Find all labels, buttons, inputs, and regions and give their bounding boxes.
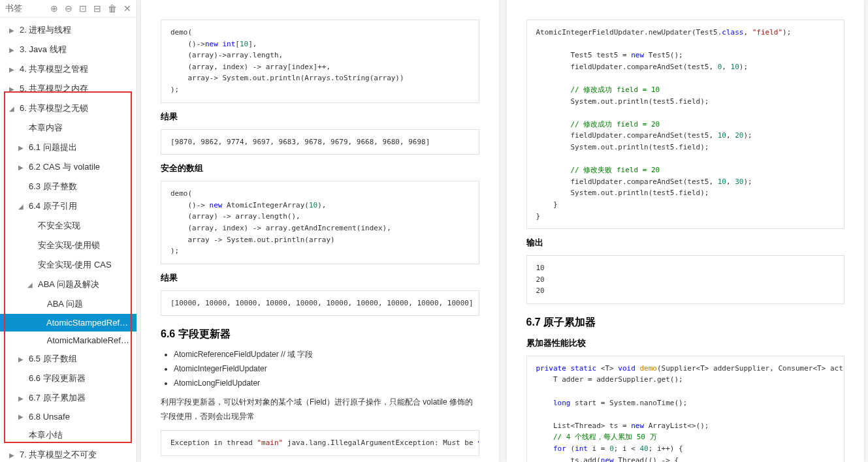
section-6-6-title: 6.6 字段更新器 (161, 328, 479, 341)
tree-item-label: 6.7 原子累加器 (29, 392, 86, 404)
tree-item-label: 本章内容 (29, 122, 63, 134)
tree-arrow-icon: ▶ (9, 452, 17, 459)
tree-item[interactable]: ◢6.4 原子引用 (0, 196, 137, 216)
result-title-2: 结果 (161, 272, 479, 284)
tree-arrow-icon: ▶ (9, 85, 17, 93)
code-field-updater-cont: AtomicIntegerFieldUpdater.newUpdater(Tes… (526, 20, 845, 229)
tree-arrow-icon: ▶ (18, 395, 26, 402)
tree-item[interactable]: 不安全实现 (0, 216, 137, 236)
section-6-7-title: 6.7 原子累加器 (526, 316, 845, 330)
tree-item-label: ABA 问题及解决 (38, 279, 99, 290)
tree-item[interactable]: ABA 问题 (0, 294, 137, 314)
para-field-updater: 利用字段更新器，可以针对对象的某个域（Field）进行原子操作，只能配合 vol… (161, 395, 479, 424)
tree-item-label: 6.4 原子引用 (29, 200, 77, 212)
code-adder-demo: private static <T> void demo(Supplier<T>… (526, 356, 845, 462)
tree-item[interactable]: ▶3. Java 线程 (0, 40, 137, 59)
sidebar-toolbar: ⊕ ⊖ ⊡ ⊟ 🗑 ✕ (50, 3, 131, 14)
tree-item[interactable]: ◢ABA 问题及解决 (0, 275, 137, 294)
delete-icon[interactable]: 🗑 (108, 3, 117, 14)
result-title-1: 结果 (161, 111, 479, 123)
result-output-1: [9870, 9862, 9774, 9697, 9683, 9678, 967… (161, 129, 479, 155)
tree-item-label: 安全实现-使用 CAS (38, 259, 112, 271)
tree-item[interactable]: 6.3 原子整数 (0, 177, 137, 196)
output-values: 10 20 20 (526, 255, 845, 304)
tree-item-label: 不安全实现 (38, 220, 80, 232)
output-title: 输出 (526, 237, 845, 249)
bookmark-tree[interactable]: ▶2. 进程与线程▶3. Java 线程▶4. 共享模型之管程▶5. 共享模型之… (0, 18, 137, 462)
code-demo-safe: demo( ()-> new AtomicIntegerArray(10), (… (161, 181, 479, 264)
tree-item[interactable]: ▶6.8 Unsafe (0, 408, 137, 425)
tree-item-label: ABA 问题 (47, 298, 83, 310)
sidebar-header: 书签 ⊕ ⊖ ⊡ ⊟ 🗑 ✕ (0, 0, 137, 18)
tree-item[interactable]: ▶2. 进程与线程 (0, 20, 137, 40)
tree-item-label: 6. 共享模型之无锁 (20, 102, 88, 114)
result-output-2: [10000, 10000, 10000, 10000, 10000, 1000… (161, 290, 479, 316)
tree-item-label: 6.1 问题提出 (29, 142, 77, 153)
tree-arrow-icon: ◢ (27, 281, 35, 288)
tree-item[interactable]: ◢6. 共享模型之无锁 (0, 99, 137, 118)
exception-output: Exception in thread "main" java.lang.Ill… (161, 430, 479, 456)
tree-item[interactable]: 安全实现-使用 CAS (0, 255, 137, 275)
tree-item-label: 3. Java 线程 (20, 44, 67, 55)
code-demo-unsafe: demo( ()->new int[10], (array)->array.le… (161, 20, 479, 103)
tree-item[interactable]: AtomicMarkableRefer... (0, 331, 137, 349)
page-left: demo( ()->new int[10], (array)->array.le… (141, 0, 499, 462)
tree-item-label: 安全实现-使用锁 (38, 239, 100, 251)
tree-item-label: 5. 共享模型之内存 (20, 83, 88, 95)
tree-item-label: AtomicMarkableRefer... (47, 335, 132, 345)
tree-item[interactable]: ▶6.7 原子累加器 (0, 388, 137, 408)
bookmarks-sidebar: 书签 ⊕ ⊖ ⊡ ⊟ 🗑 ✕ ▶2. 进程与线程▶3. Java 线程▶4. 共… (0, 0, 137, 462)
tree-arrow-icon: ▶ (9, 27, 17, 34)
minus-icon[interactable]: ⊖ (65, 3, 72, 14)
list-item: AtomicReferenceFieldUpdater // 域 字段 (174, 348, 479, 362)
add-icon[interactable]: ⊕ (50, 3, 58, 14)
tree-arrow-icon: ▶ (18, 413, 26, 420)
safe-array-title: 安全的数组 (161, 162, 479, 174)
page-right: AtomicIntegerFieldUpdater.newUpdater(Tes… (507, 0, 865, 462)
tree-item-label: 6.3 原子整数 (29, 181, 77, 192)
expand-icon[interactable]: ⊡ (79, 3, 87, 14)
updater-list: AtomicReferenceFieldUpdater // 域 字段 Atom… (174, 348, 479, 390)
tree-item[interactable]: ▶6.2 CAS 与 volatile (0, 157, 137, 177)
subsection-title: 累加器性能比较 (526, 337, 845, 349)
collapse-icon[interactable]: ⊟ (93, 3, 101, 14)
list-item: AtomicLongFieldUpdater (174, 377, 479, 391)
tree-item[interactable]: 安全实现-使用锁 (0, 236, 137, 255)
tree-arrow-icon: ▶ (9, 46, 17, 54)
tree-item[interactable]: 本章小结 (0, 425, 137, 445)
tree-arrow-icon: ▶ (18, 164, 26, 171)
tree-arrow-icon: ▶ (18, 144, 26, 151)
tree-item-label: 6.8 Unsafe (29, 412, 70, 422)
tree-item-label: 7. 共享模型之不可变 (20, 449, 97, 461)
sidebar-title: 书签 (5, 3, 45, 14)
tree-item[interactable]: ▶6.1 问题提出 (0, 138, 137, 157)
tree-item-label: 6.6 字段更新器 (29, 373, 86, 384)
close-icon[interactable]: ✕ (123, 3, 131, 14)
tree-item[interactable]: ▶4. 共享模型之管程 (0, 59, 137, 79)
tree-arrow-icon: ▶ (9, 66, 17, 73)
tree-item-label: 2. 进程与线程 (20, 24, 71, 36)
list-item: AtomicIntegerFieldUpdater (174, 362, 479, 377)
tree-arrow-icon: ◢ (9, 105, 17, 112)
tree-item-label: 6.5 原子数组 (29, 353, 77, 365)
tree-item[interactable]: 本章内容 (0, 118, 137, 138)
tree-item-label: 本章小结 (29, 429, 63, 441)
tree-item[interactable]: ▶6.5 原子数组 (0, 349, 137, 369)
tree-item[interactable]: AtomicStampedRefere... (0, 314, 137, 331)
tree-item[interactable]: 6.6 字段更新器 (0, 369, 137, 388)
tree-arrow-icon: ◢ (18, 203, 26, 210)
document-viewport: demo( ()->new int[10], (array)->array.le… (137, 0, 868, 462)
tree-arrow-icon: ▶ (18, 356, 26, 363)
tree-item[interactable]: ▶7. 共享模型之不可变 (0, 445, 137, 462)
tree-item[interactable]: ▶5. 共享模型之内存 (0, 79, 137, 99)
tree-item-label: AtomicStampedRefere... (46, 318, 131, 328)
tree-item-label: 4. 共享模型之管程 (20, 63, 88, 75)
tree-item-label: 6.2 CAS 与 volatile (29, 161, 100, 173)
